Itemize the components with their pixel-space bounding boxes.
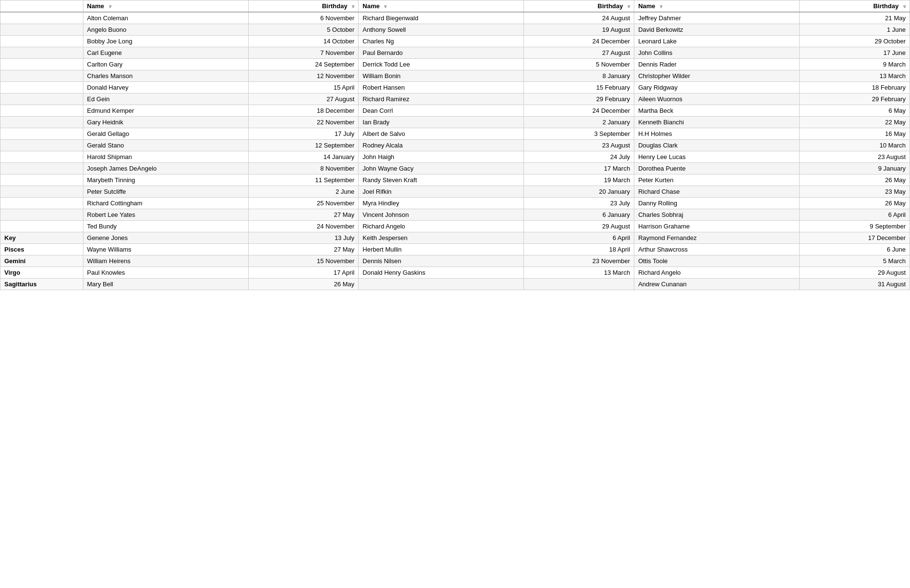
key-cell xyxy=(0,140,83,151)
col1-name: Gerald Stano xyxy=(83,140,248,151)
col2-name: Charles Ng xyxy=(359,36,524,47)
col3-name: Henry Lee Lucas xyxy=(634,151,800,163)
table-row: Carl Eugene7 NovemberPaul Bernardo27 Aug… xyxy=(0,47,910,59)
col1-name: Mary Bell xyxy=(83,279,248,290)
col3-name: Kenneth Bianchi xyxy=(634,117,800,128)
col3-name: H.H Holmes xyxy=(634,128,800,140)
col1-name: Angelo Buono xyxy=(83,24,248,36)
header-col2-name: Name ▿ xyxy=(359,0,524,13)
col3-birthday: 29 August xyxy=(800,267,910,279)
key-cell xyxy=(0,94,83,105)
col2-birthday: 23 November xyxy=(524,255,634,267)
col1-birthday: 12 November xyxy=(248,70,359,82)
key-cell xyxy=(0,47,83,59)
col2-birthday: 19 August xyxy=(524,24,634,36)
table-row: Angelo Buono5 OctoberAnthony Sowell19 Au… xyxy=(0,24,910,36)
col1-birthday: 18 December xyxy=(248,105,359,117)
col1-birthday: 5 October xyxy=(248,24,359,36)
key-cell: Sagittarius xyxy=(0,279,83,290)
col3-name: Richard Chase xyxy=(634,186,800,198)
col1-name: Genene Jones xyxy=(83,232,248,244)
col3-birthday: 29 February xyxy=(800,94,910,105)
col3-name: Douglas Clark xyxy=(634,140,800,151)
col1-birthday: 27 May xyxy=(248,209,359,221)
key-cell xyxy=(0,198,83,209)
col3-name: Richard Angelo xyxy=(634,267,800,279)
col1-name: Bobby Joe Long xyxy=(83,36,248,47)
col3-birthday: 13 March xyxy=(800,70,910,82)
col3-birthday: 31 August xyxy=(800,279,910,290)
col2-name: Dennis Nilsen xyxy=(359,255,524,267)
col2-birthday: 6 April xyxy=(524,232,634,244)
table-row: Charles Manson12 NovemberWilliam Bonin8 … xyxy=(0,70,910,82)
table-row: Gary Heidnik22 NovemberIan Brady2 Januar… xyxy=(0,117,910,128)
col3-birthday: 18 February xyxy=(800,82,910,94)
col1-birthday: 15 November xyxy=(248,255,359,267)
col3-name: Arthur Shawcross xyxy=(634,244,800,255)
col1-birthday: 2 June xyxy=(248,186,359,198)
table-row: Alton Coleman6 NovemberRichard Biegenwal… xyxy=(0,12,910,24)
table-row: Robert Lee Yates27 MayVincent Johnson6 J… xyxy=(0,209,910,221)
table-row: PiscesWayne Williams27 MayHerbert Mullin… xyxy=(0,244,910,255)
col3-birthday: 6 June xyxy=(800,244,910,255)
col3-birthday: 6 April xyxy=(800,209,910,221)
key-cell xyxy=(0,12,83,24)
table-row: Richard Cottingham25 NovemberMyra Hindle… xyxy=(0,198,910,209)
filter-icon-col1-name[interactable]: ▿ xyxy=(109,4,111,9)
col3-birthday: 21 May xyxy=(800,12,910,24)
filter-icon-col2-birthday[interactable]: ▿ xyxy=(628,4,630,9)
table-row: Gerald Gellago17 JulyAlbert de Salvo3 Se… xyxy=(0,128,910,140)
col1-name: Carl Eugene xyxy=(83,47,248,59)
col3-birthday: 26 May xyxy=(800,198,910,209)
filter-icon-col3-name[interactable]: ▿ xyxy=(660,4,662,9)
col3-name: Jeffrey Dahmer xyxy=(634,12,800,24)
col3-birthday: 17 December xyxy=(800,232,910,244)
col2-birthday: 6 January xyxy=(524,209,634,221)
col1-birthday: 22 November xyxy=(248,117,359,128)
filter-icon-col1-birthday[interactable]: ▿ xyxy=(352,4,354,9)
col1-birthday: 11 September xyxy=(248,174,359,186)
filter-icon-col3-birthday[interactable]: ▿ xyxy=(903,4,906,9)
col2-name: Donald Henry Gaskins xyxy=(359,267,524,279)
table-row: Harold Shipman14 JanuaryJohn Haigh24 Jul… xyxy=(0,151,910,163)
key-cell xyxy=(0,105,83,117)
table-row: Ted Bundy24 NovemberRichard Angelo29 Aug… xyxy=(0,221,910,232)
col2-name: Paul Bernardo xyxy=(359,47,524,59)
col3-birthday: 9 March xyxy=(800,59,910,70)
col3-birthday: 17 June xyxy=(800,47,910,59)
col1-name: Richard Cottingham xyxy=(83,198,248,209)
key-cell xyxy=(0,24,83,36)
col3-birthday: 1 June xyxy=(800,24,910,36)
table-row: Donald Harvey15 AprilRobert Hansen15 Feb… xyxy=(0,82,910,94)
col1-birthday: 17 April xyxy=(248,267,359,279)
col2-name: Dean Corrl xyxy=(359,105,524,117)
col2-name: Richard Angelo xyxy=(359,221,524,232)
col2-birthday: 24 December xyxy=(524,105,634,117)
header-col3-name: Name ▿ xyxy=(634,0,800,13)
col3-name: Harrison Grahame xyxy=(634,221,800,232)
col2-name: Randy Steven Kraft xyxy=(359,174,524,186)
col3-birthday: 23 May xyxy=(800,186,910,198)
col1-name: Harold Shipman xyxy=(83,151,248,163)
col2-name: John Wayne Gacy xyxy=(359,163,524,174)
col3-birthday: 9 September xyxy=(800,221,910,232)
col2-birthday: 5 November xyxy=(524,59,634,70)
key-cell xyxy=(0,128,83,140)
col1-name: Gary Heidnik xyxy=(83,117,248,128)
filter-icon-col2-name[interactable]: ▿ xyxy=(384,4,387,9)
col2-birthday: 18 April xyxy=(524,244,634,255)
col2-name: John Haigh xyxy=(359,151,524,163)
col2-name: Anthony Sowell xyxy=(359,24,524,36)
col2-birthday: 23 August xyxy=(524,140,634,151)
col2-birthday: 17 March xyxy=(524,163,634,174)
col2-name xyxy=(359,279,524,290)
header-col1-name: Name ▿ xyxy=(83,0,248,13)
col1-name: Joseph James DeAngelo xyxy=(83,163,248,174)
col3-name: Martha Beck xyxy=(634,105,800,117)
table-row: Ed Gein27 AugustRichard Ramirez29 Februa… xyxy=(0,94,910,105)
col1-birthday: 24 November xyxy=(248,221,359,232)
table-row: GeminiWilliam Heirens15 NovemberDennis N… xyxy=(0,255,910,267)
col1-birthday: 13 July xyxy=(248,232,359,244)
header-col2-birthday: Birthday ▿ xyxy=(524,0,634,13)
col3-birthday: 16 May xyxy=(800,128,910,140)
